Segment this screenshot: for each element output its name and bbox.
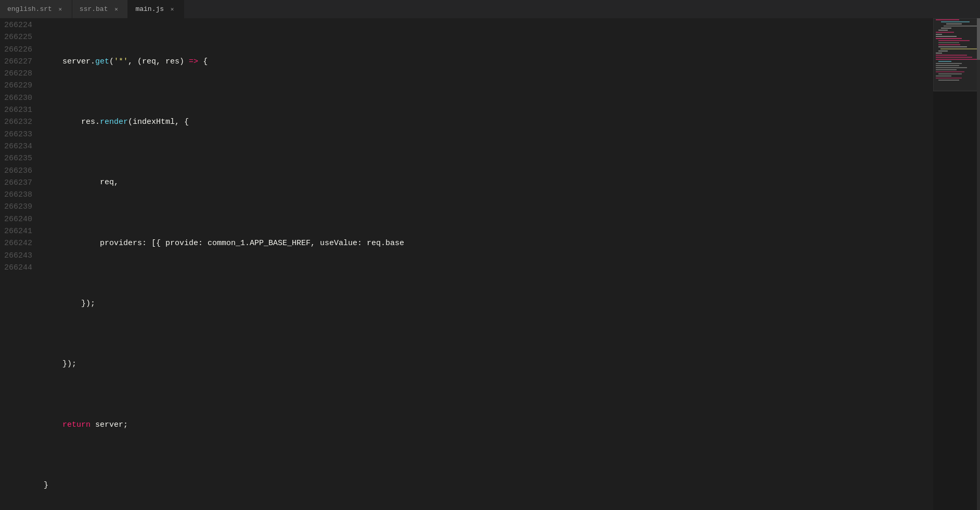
- code-line-266225: res.render(indexHtml, {: [44, 116, 933, 128]
- line-num-266230: 266230: [0, 92, 32, 104]
- line-num-266236: 266236: [0, 165, 32, 177]
- line-num-266227: 266227: [0, 56, 32, 68]
- minimap[interactable]: [933, 18, 980, 510]
- svg-rect-31: [933, 18, 980, 91]
- line-num-266231: 266231: [0, 104, 32, 116]
- tab-label: ssr.bat: [80, 5, 108, 13]
- code-line-266226: req,: [44, 176, 933, 188]
- code-line-266229: });: [44, 358, 933, 370]
- code-line-266228: });: [44, 298, 933, 310]
- tab-bar: english.srt ✕ ssr.bat ✕ main.js ✕: [0, 0, 980, 18]
- line-num-266239: 266239: [0, 201, 32, 213]
- line-num-266238: 266238: [0, 189, 32, 201]
- tab-close-ssr-bat[interactable]: ✕: [112, 5, 120, 14]
- tab-close-main-js[interactable]: ✕: [168, 5, 176, 14]
- line-num-266241: 266241: [0, 225, 32, 237]
- code-area: 266224 266225 266226 266227 266228 26622…: [0, 18, 980, 510]
- line-num-266234: 266234: [0, 141, 32, 152]
- line-num-266242: 266242: [0, 237, 32, 249]
- tab-english-srt[interactable]: english.srt ✕: [0, 0, 72, 18]
- tab-label: english.srt: [7, 5, 52, 13]
- line-num-266240: 266240: [0, 213, 32, 225]
- minimap-content: [933, 18, 980, 510]
- line-num-266229: 266229: [0, 80, 32, 92]
- tab-label: main.js: [135, 5, 164, 13]
- line-num-266233: 266233: [0, 129, 32, 141]
- line-num-266235: 266235: [0, 152, 32, 164]
- code-line-266230: return server;: [44, 419, 933, 431]
- line-num-266232: 266232: [0, 116, 32, 128]
- code-line-266224: server.get('*', (req, res) => {: [44, 56, 933, 68]
- line-num-266226: 266226: [0, 44, 32, 56]
- code-line-266231: }: [44, 479, 933, 491]
- minimap-scrollbar-track: [977, 18, 980, 510]
- svg-rect-0: [933, 18, 980, 510]
- minimap-scrollbar-thumb[interactable]: [977, 18, 980, 60]
- code-line-266227: providers: [{ provide: common_1.APP_BASE…: [44, 237, 933, 249]
- code-editor[interactable]: server.get('*', (req, res) => { res.rend…: [37, 18, 933, 510]
- line-num-266225: 266225: [0, 31, 32, 43]
- line-num-266237: 266237: [0, 177, 32, 189]
- line-num-266228: 266228: [0, 68, 32, 80]
- line-num-266244: 266244: [0, 262, 32, 274]
- line-num-266243: 266243: [0, 250, 32, 262]
- tab-ssr-bat[interactable]: ssr.bat ✕: [72, 0, 128, 18]
- line-numbers: 266224 266225 266226 266227 266228 26622…: [0, 18, 37, 510]
- line-num-266224: 266224: [0, 19, 32, 31]
- tab-main-js[interactable]: main.js ✕: [128, 0, 184, 18]
- tab-close-english-srt[interactable]: ✕: [56, 5, 65, 14]
